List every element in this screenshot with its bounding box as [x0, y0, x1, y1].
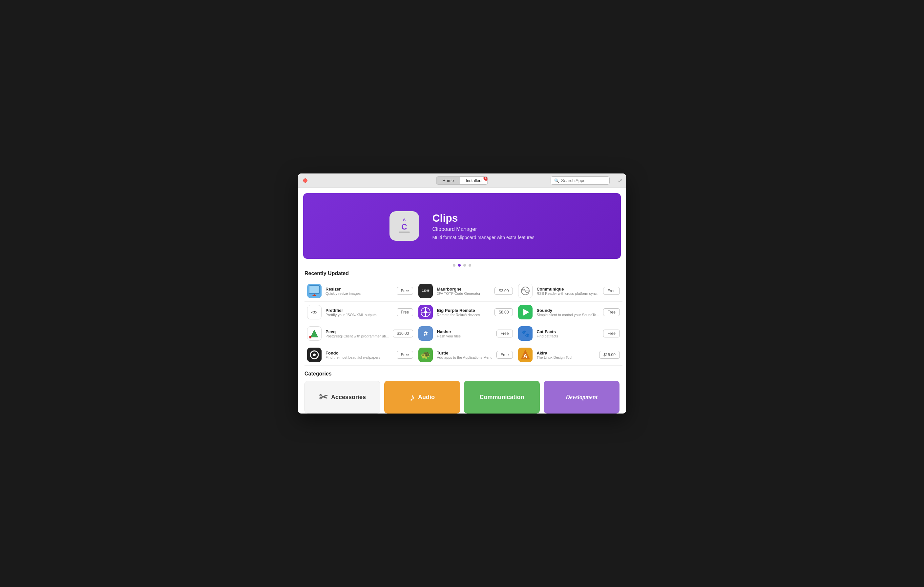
- price-button-hasher[interactable]: Free: [497, 330, 513, 337]
- tab-installed[interactable]: Installed 6: [460, 177, 487, 184]
- app-info-turtle: Turtle Add apps to the Applications Menu: [437, 350, 492, 359]
- app-name-soundy: Soundy: [536, 308, 599, 313]
- app-info-maurborgne: Maurborgne 2FA TOTP Code Generator: [437, 287, 490, 296]
- category-audio[interactable]: ♪ Audio: [384, 381, 460, 414]
- app-desc-soundy: Simple client to control your SoundTo...: [536, 313, 599, 317]
- list-item[interactable]: 🐢 Turtle Add apps to the Applications Me…: [416, 344, 515, 366]
- list-item[interactable]: Peeq Postgresql Client with programmer u…: [305, 323, 416, 344]
- app-icon-soundy: [518, 305, 533, 319]
- close-button[interactable]: [303, 178, 307, 183]
- app-icon-maurborgne: 12398: [418, 284, 433, 298]
- app-name-turtle: Turtle: [437, 350, 492, 355]
- app-name-resizer: Resizer: [325, 287, 393, 291]
- hero-icon-symbol: ^ C: [393, 213, 416, 239]
- dot-3[interactable]: [463, 264, 466, 266]
- price-button-akira[interactable]: $15.00: [599, 351, 620, 359]
- price-button-communique[interactable]: Free: [603, 287, 620, 295]
- svg-text:A: A: [523, 353, 528, 359]
- app-icon-peeq: [307, 326, 322, 341]
- dot-1[interactable]: [453, 264, 455, 266]
- price-button-peeq[interactable]: $10.00: [393, 330, 413, 337]
- list-item[interactable]: # Hasher Hash your files Free: [416, 323, 515, 344]
- list-item[interactable]: Big Purple Remote Remote for Roku® devic…: [416, 302, 515, 323]
- svg-point-15: [424, 311, 427, 314]
- hero-banner[interactable]: ^ C Clips Clipboard Manager Multi format…: [303, 193, 621, 259]
- app-name-peeq: Peeq: [325, 329, 389, 334]
- price-button-prettifier[interactable]: Free: [397, 308, 413, 316]
- app-desc-catfacts: Find cat facts: [536, 334, 599, 338]
- price-button-soundy[interactable]: Free: [603, 308, 620, 316]
- titlebar: Home Installed 6 🔍 ⤢: [298, 173, 626, 188]
- app-desc-resizer: Quickly resize images: [325, 291, 393, 296]
- search-box[interactable]: 🔍: [551, 176, 610, 185]
- category-development[interactable]: Development: [544, 381, 619, 414]
- app-icon-prettifier: </>: [307, 305, 322, 319]
- hero-app-icon: ^ C: [389, 211, 419, 241]
- list-item[interactable]: Communique RSS Reader with cross-platfor…: [515, 280, 622, 302]
- audio-icon: ♪: [409, 391, 415, 403]
- svg-rect-3: [399, 232, 410, 233]
- main-content: ^ C Clips Clipboard Manager Multi format…: [298, 188, 626, 414]
- app-info-resizer: Resizer Quickly resize images: [325, 287, 393, 296]
- price-button-fondo[interactable]: Free: [397, 351, 413, 359]
- app-info-akira: Akira The Linux Design Tool: [536, 350, 595, 359]
- search-input[interactable]: [561, 178, 606, 183]
- price-button-bigpurple[interactable]: $8.00: [495, 308, 513, 316]
- app-icon-bigpurple: [418, 305, 433, 319]
- price-button-catfacts[interactable]: Free: [603, 330, 620, 337]
- list-item[interactable]: Soundy Simple client to control your Sou…: [515, 302, 622, 323]
- app-icon-turtle: 🐢: [418, 348, 433, 362]
- carousel-dots: [298, 264, 626, 266]
- app-desc-akira: The Linux Design Tool: [536, 355, 595, 359]
- app-info-communique: Communique RSS Reader with cross-platfor…: [536, 287, 599, 296]
- svg-text:C: C: [402, 222, 407, 231]
- accessories-icon: ✂: [319, 391, 328, 403]
- recently-updated-section: Recently Updated Resizer Quickly resize …: [298, 271, 626, 366]
- communication-label: Communication: [479, 394, 524, 401]
- price-button-resizer[interactable]: Free: [397, 287, 413, 295]
- recently-updated-title: Recently Updated: [305, 271, 619, 276]
- dot-4[interactable]: [469, 264, 471, 266]
- list-item[interactable]: Fondo Find the most beautiful wallpapers…: [305, 344, 416, 366]
- list-item[interactable]: 🐾 Cat Facts Find cat facts Free: [515, 323, 622, 344]
- app-name-maurborgne: Maurborgne: [437, 287, 490, 291]
- list-item[interactable]: </> Prettifier Prettify your JSON/XML ou…: [305, 302, 416, 323]
- price-button-turtle[interactable]: Free: [497, 351, 513, 359]
- app-icon-hasher: #: [418, 326, 433, 341]
- app-info-soundy: Soundy Simple client to control your Sou…: [536, 308, 599, 317]
- expand-button[interactable]: ⤢: [618, 178, 622, 184]
- tab-group: Home Installed 6: [436, 176, 488, 185]
- app-name-prettifier: Prettifier: [325, 308, 393, 313]
- app-window: Home Installed 6 🔍 ⤢ ^ C: [298, 173, 626, 414]
- list-item[interactable]: Resizer Quickly resize images Free: [305, 280, 416, 302]
- app-desc-communique: RSS Reader with cross-platform sync.: [536, 291, 599, 296]
- app-name-akira: Akira: [536, 350, 595, 355]
- svg-point-23: [313, 354, 316, 356]
- list-item[interactable]: A Akira The Linux Design Tool $15.00: [515, 344, 622, 366]
- app-desc-turtle: Add apps to the Applications Menu: [437, 355, 492, 359]
- tab-home[interactable]: Home: [436, 177, 460, 184]
- category-communication[interactable]: Communication: [464, 381, 540, 414]
- app-desc-bigpurple: Remote for Roku® devices: [437, 313, 490, 317]
- app-info-hasher: Hasher Hash your files: [437, 329, 492, 338]
- app-icon-catfacts: 🐾: [518, 326, 533, 341]
- categories-title: Categories: [305, 371, 619, 377]
- app-icon-fondo: [307, 348, 322, 362]
- search-icon: 🔍: [554, 178, 559, 183]
- price-button-maurborgne[interactable]: $3.00: [495, 287, 513, 295]
- app-info-peeq: Peeq Postgresql Client with programmer u…: [325, 329, 389, 338]
- category-accessories[interactable]: ✂ Accessories: [305, 381, 380, 414]
- app-icon-resizer: [307, 284, 322, 298]
- dot-2[interactable]: [458, 264, 461, 266]
- categories-section: Categories ✂ Accessories ♪ Audio Communi…: [298, 366, 626, 414]
- app-desc-fondo: Find the most beautiful wallpapers: [325, 355, 393, 359]
- accessories-label: Accessories: [331, 394, 366, 401]
- app-info-prettifier: Prettifier Prettify your JSON/XML output…: [325, 308, 393, 317]
- app-info-fondo: Fondo Find the most beautiful wallpapers: [325, 350, 393, 359]
- app-name-bigpurple: Big Purple Remote: [437, 308, 490, 313]
- hero-text: Clips Clipboard Manager Multi format cli…: [432, 212, 534, 240]
- hero-title: Clips: [432, 212, 534, 224]
- list-item[interactable]: 12398 Maurborgne 2FA TOTP Code Generator…: [416, 280, 515, 302]
- installed-badge: 6: [483, 176, 488, 181]
- svg-rect-20: [309, 336, 312, 339]
